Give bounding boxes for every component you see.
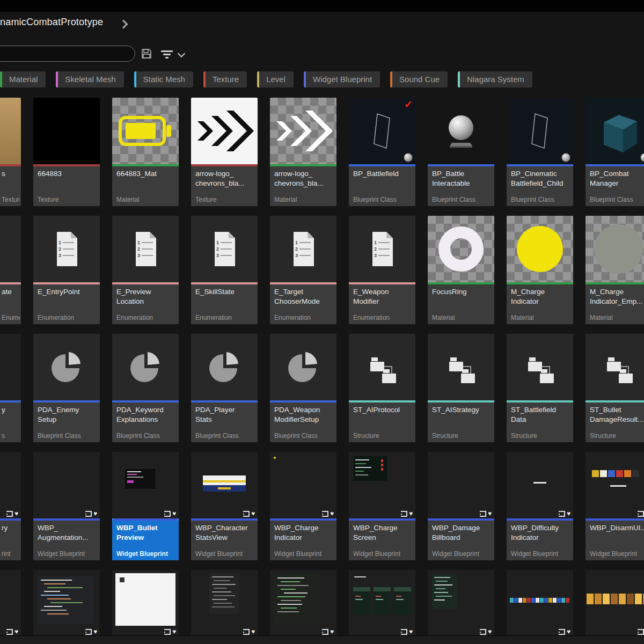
filter-chip-static-mesh[interactable]: Static Mesh: [134, 71, 193, 87]
thumbnail-corner-icons: ♥: [6, 510, 18, 517]
asset-tile[interactable]: PDA_Keyword ExplanationsBlueprint Class: [112, 334, 179, 442]
asset-label: M_Charge IndicatorMaterial: [507, 284, 573, 324]
asset-tile[interactable]: ♥: [270, 570, 336, 644]
asset-tile[interactable]: ♥: [33, 570, 100, 644]
asset-tile[interactable]: ♥: [0, 570, 21, 644]
asset-tile[interactable]: ♥WBP_DisarmUI...Widget Blueprint: [586, 452, 644, 560]
heart-icon: ♥: [488, 628, 492, 635]
asset-thumbnail: 123: [349, 216, 415, 282]
asset-tile[interactable]: ♥: [112, 570, 179, 644]
asset-type: Blueprint Class: [38, 432, 99, 440]
filter-icon[interactable]: [160, 49, 173, 62]
svg-text:1: 1: [295, 240, 298, 245]
filter-chip-niagara-system[interactable]: Niagara System: [458, 71, 532, 87]
asset-thumbnail: [270, 98, 336, 164]
asset-tile[interactable]: 664883Texture: [33, 98, 100, 206]
asset-name: WBP_Charge Screen: [353, 523, 413, 543]
asset-tile[interactable]: ♥WBP_ Augmentation...Widget Blueprint: [33, 452, 100, 560]
filter-chip-skeletal-mesh[interactable]: Skeletal Mesh: [56, 71, 123, 87]
asset-tile[interactable]: M_Charge IndicatorMaterial: [507, 216, 573, 324]
svg-text:1: 1: [374, 240, 377, 245]
chevron-down-icon[interactable]: [178, 50, 185, 57]
image-icon: [85, 511, 92, 517]
asset-type: Texture: [2, 196, 20, 203]
asset-tile[interactable]: ♥WBP_Character StatsViewWidget Blueprint: [191, 452, 258, 560]
asset-label: ys: [0, 402, 21, 442]
asset-label: ST_AIProtocolStructure: [349, 402, 415, 442]
heart-icon: ♥: [172, 510, 176, 517]
filter-chip-sound-cue[interactable]: Sound Cue: [390, 71, 448, 87]
asset-label: WBP_Charge ScreenWidget Blueprint: [349, 521, 415, 560]
heart-icon: ♥: [14, 628, 18, 635]
asset-tile[interactable]: 123E_SkillStateEnumeration: [191, 216, 258, 324]
asset-tile[interactable]: ST_Battlefield DataStructure: [507, 334, 573, 442]
asset-thumbnail: ♥: [507, 570, 573, 636]
asset-tile[interactable]: ♥: [507, 570, 573, 644]
filter-chip-material[interactable]: Material: [0, 71, 46, 87]
asset-tile[interactable]: BP_Cinematic Battlefield_ChildBlueprint …: [507, 98, 573, 206]
asset-thumbnail: ♥: [0, 452, 21, 518]
asset-tile[interactable]: PDA_Player StatsBlueprint Class: [191, 334, 258, 442]
asset-name: FocusRing: [432, 287, 492, 297]
asset-tile[interactable]: ♥: [586, 570, 644, 644]
asset-thumbnail: [507, 216, 573, 282]
heart-icon: ♥: [330, 510, 334, 517]
asset-tile[interactable]: ♥WBP_Damage BillboardWidget Blueprint: [428, 452, 494, 560]
asset-tile[interactable]: 123E_Target ChooserModeEnumeration: [270, 216, 336, 324]
asset-name: E_Preview Location: [116, 287, 177, 306]
filter-color-bar: [257, 71, 259, 87]
asset-tile[interactable]: sTexture: [0, 98, 21, 206]
asset-tile[interactable]: 123E_Weapon ModifierEnumeration: [349, 216, 415, 324]
asset-tile[interactable]: BP_Battle InteractableBlueprint Class: [428, 98, 494, 206]
asset-label: 664883_MatMaterial: [112, 166, 179, 206]
asset-tile[interactable]: ys: [0, 334, 21, 442]
asset-tile[interactable]: FocusRingMaterial: [428, 216, 494, 324]
asset-type: Widget Blueprint: [511, 550, 572, 558]
asset-tile[interactable]: ST_AIProtocolStructure: [349, 334, 415, 442]
asset-tile[interactable]: ST_Bullet DamageResult...Structure: [586, 334, 644, 442]
asset-label: arrow-logo_ chevrons_bla...Texture: [191, 166, 258, 206]
asset-label: 664883Texture: [33, 166, 100, 206]
asset-label: BP_Battle InteractableBlueprint Class: [428, 166, 494, 206]
filter-chip-widget-blueprint[interactable]: Widget Blueprint: [304, 71, 380, 87]
asset-tile[interactable]: ♥WBP_Bullet PreviewWidget Blueprint: [112, 452, 179, 560]
asset-tile[interactable]: ♥WBP_Charge ScreenWidget Blueprint: [349, 452, 415, 560]
asset-tile[interactable]: 123E_EntryPointEnumeration: [33, 216, 100, 324]
asset-tile[interactable]: BP_Combat ManagerBlueprint Class: [586, 98, 644, 206]
asset-tile[interactable]: ✓BP_BattlefieldBlueprint Class: [349, 98, 415, 206]
asset-type: Material: [116, 196, 178, 203]
svg-text:1: 1: [137, 240, 140, 245]
filter-chip-level[interactable]: Level: [257, 71, 294, 87]
breadcrumb-path[interactable]: namicCombatPrototype: [0, 17, 103, 28]
asset-tile[interactable]: ST_AIStrategyStructure: [428, 334, 494, 442]
asset-tile[interactable]: PDA_Enemy SetupBlueprint Class: [33, 334, 100, 442]
asset-thumbnail: [33, 98, 100, 164]
asset-thumbnail: [507, 334, 573, 400]
heart-icon: ♥: [251, 628, 255, 635]
status-circle-icon: [561, 153, 570, 162]
asset-tile[interactable]: ♥: [191, 570, 258, 644]
asset-tile[interactable]: arrow-logo_ chevrons_bla...Material: [270, 98, 336, 206]
asset-type: Material: [432, 314, 493, 321]
asset-tile[interactable]: 664883_MatMaterial: [112, 98, 179, 206]
asset-tile[interactable]: ♥WBP_Charge IndicatorWidget Blueprint: [270, 452, 336, 560]
asset-tile[interactable]: ♥WBP_Difficulty IndicatorWidget Blueprin…: [507, 452, 573, 560]
asset-tile[interactable]: ♥: [349, 570, 415, 644]
asset-thumbnail: ♥: [33, 570, 100, 636]
filter-chip-texture[interactable]: Texture: [203, 71, 247, 87]
chevron-right-icon: [119, 20, 128, 29]
asset-tile[interactable]: ♥: [428, 570, 494, 644]
asset-name: E_SkillState: [195, 287, 255, 297]
asset-tile[interactable]: 123E_Preview LocationEnumeration: [112, 216, 179, 324]
asset-thumbnail: ♥: [270, 570, 336, 636]
asset-name: PDA_Enemy Setup: [38, 405, 98, 425]
asset-tile[interactable]: PDA_Weapon ModifierSetupBlueprint Class: [270, 334, 336, 442]
asset-tile[interactable]: ♥ryrint: [0, 452, 21, 560]
asset-thumbnail: 123: [191, 216, 258, 282]
asset-label: E_Weapon ModifierEnumeration: [349, 284, 415, 324]
save-search-icon[interactable]: [141, 48, 152, 62]
asset-tile[interactable]: 123ateEnumeration: [0, 216, 21, 324]
search-input[interactable]: [0, 46, 135, 62]
asset-tile[interactable]: arrow-logo_ chevrons_bla...Texture: [191, 98, 258, 206]
asset-tile[interactable]: M_Charge Indicator_Emp...Material: [586, 216, 644, 324]
